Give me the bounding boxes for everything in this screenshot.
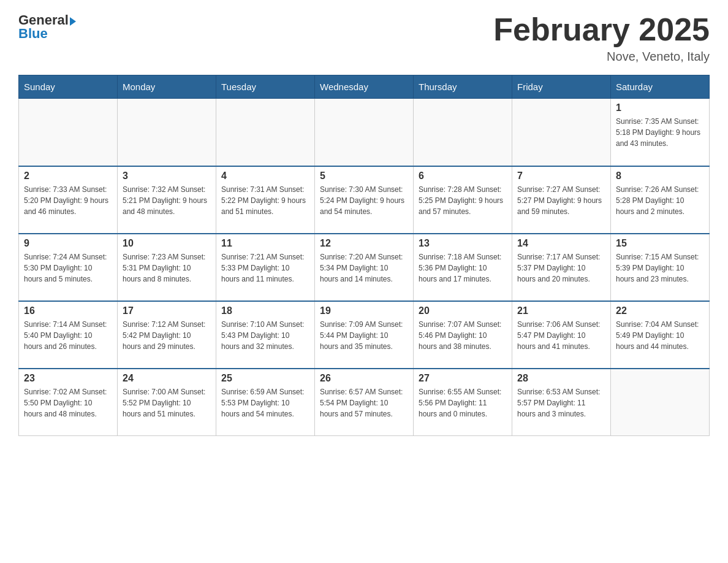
title-section: February 2025 Nove, Veneto, Italy [493, 12, 710, 64]
day-header-friday: Friday [512, 75, 611, 99]
day-header-tuesday: Tuesday [216, 75, 315, 99]
calendar-cell: 5Sunrise: 7:30 AM Sunset: 5:24 PM Daylig… [315, 166, 414, 234]
day-number: 25 [221, 373, 309, 384]
day-number: 8 [616, 170, 704, 182]
day-number: 3 [123, 170, 211, 182]
logo-arrow-icon [70, 17, 76, 26]
day-number: 15 [616, 238, 704, 249]
day-info: Sunrise: 7:33 AM Sunset: 5:20 PM Dayligh… [24, 184, 112, 217]
day-info: Sunrise: 7:24 AM Sunset: 5:30 PM Dayligh… [24, 251, 112, 285]
calendar-cell [19, 99, 118, 166]
calendar-cell: 25Sunrise: 6:59 AM Sunset: 5:53 PM Dayli… [216, 369, 315, 436]
day-info: Sunrise: 7:32 AM Sunset: 5:21 PM Dayligh… [123, 184, 211, 217]
day-info: Sunrise: 7:21 AM Sunset: 5:33 PM Dayligh… [221, 251, 309, 285]
day-number: 7 [517, 170, 605, 182]
day-number: 14 [517, 238, 605, 249]
day-number: 1 [616, 102, 704, 113]
month-title: February 2025 [493, 12, 710, 47]
calendar-week-row: 23Sunrise: 7:02 AM Sunset: 5:50 PM Dayli… [19, 369, 710, 436]
day-number: 2 [24, 170, 112, 182]
day-number: 16 [24, 305, 112, 316]
calendar-cell [611, 369, 710, 436]
day-number: 19 [320, 305, 408, 316]
day-info: Sunrise: 7:14 AM Sunset: 5:40 PM Dayligh… [24, 319, 112, 352]
calendar-cell: 19Sunrise: 7:09 AM Sunset: 5:44 PM Dayli… [315, 301, 414, 369]
calendar-cell: 4Sunrise: 7:31 AM Sunset: 5:22 PM Daylig… [216, 166, 315, 234]
calendar-cell [414, 99, 512, 166]
calendar-cell: 15Sunrise: 7:15 AM Sunset: 5:39 PM Dayli… [611, 234, 710, 301]
day-number: 20 [419, 305, 507, 316]
calendar-cell: 20Sunrise: 7:07 AM Sunset: 5:46 PM Dayli… [414, 301, 512, 369]
calendar-cell: 13Sunrise: 7:18 AM Sunset: 5:36 PM Dayli… [414, 234, 512, 301]
calendar-cell: 23Sunrise: 7:02 AM Sunset: 5:50 PM Dayli… [19, 369, 118, 436]
calendar-header-row: SundayMondayTuesdayWednesdayThursdayFrid… [19, 75, 710, 99]
calendar-cell: 27Sunrise: 6:55 AM Sunset: 5:56 PM Dayli… [414, 369, 512, 436]
day-info: Sunrise: 7:26 AM Sunset: 5:28 PM Dayligh… [616, 184, 704, 217]
day-number: 4 [221, 170, 309, 182]
day-info: Sunrise: 7:07 AM Sunset: 5:46 PM Dayligh… [419, 319, 507, 352]
day-header-monday: Monday [118, 75, 216, 99]
day-info: Sunrise: 7:27 AM Sunset: 5:27 PM Dayligh… [517, 184, 605, 217]
day-number: 11 [221, 238, 309, 249]
logo-blue-text: Blue [18, 26, 48, 42]
day-number: 10 [123, 238, 211, 249]
calendar-cell: 16Sunrise: 7:14 AM Sunset: 5:40 PM Dayli… [19, 301, 118, 369]
calendar-cell: 7Sunrise: 7:27 AM Sunset: 5:27 PM Daylig… [512, 166, 611, 234]
page-header: General Blue February 2025 Nove, Veneto,… [18, 12, 710, 64]
day-number: 22 [616, 305, 704, 316]
day-info: Sunrise: 7:17 AM Sunset: 5:37 PM Dayligh… [517, 251, 605, 285]
day-number: 24 [123, 373, 211, 384]
day-info: Sunrise: 6:53 AM Sunset: 5:57 PM Dayligh… [517, 386, 605, 419]
calendar-cell: 11Sunrise: 7:21 AM Sunset: 5:33 PM Dayli… [216, 234, 315, 301]
calendar-cell: 1Sunrise: 7:35 AM Sunset: 5:18 PM Daylig… [611, 99, 710, 166]
day-info: Sunrise: 7:12 AM Sunset: 5:42 PM Dayligh… [123, 319, 211, 352]
calendar-cell: 21Sunrise: 7:06 AM Sunset: 5:47 PM Dayli… [512, 301, 611, 369]
day-number: 28 [517, 373, 605, 384]
calendar-cell [315, 99, 414, 166]
calendar-week-row: 2Sunrise: 7:33 AM Sunset: 5:20 PM Daylig… [19, 166, 710, 234]
day-number: 5 [320, 170, 408, 182]
calendar-week-row: 1Sunrise: 7:35 AM Sunset: 5:18 PM Daylig… [19, 99, 710, 166]
calendar-table: SundayMondayTuesdayWednesdayThursdayFrid… [18, 75, 710, 436]
day-info: Sunrise: 7:20 AM Sunset: 5:34 PM Dayligh… [320, 251, 408, 285]
day-info: Sunrise: 7:28 AM Sunset: 5:25 PM Dayligh… [419, 184, 507, 217]
day-info: Sunrise: 6:55 AM Sunset: 5:56 PM Dayligh… [419, 386, 507, 419]
calendar-cell: 9Sunrise: 7:24 AM Sunset: 5:30 PM Daylig… [19, 234, 118, 301]
day-info: Sunrise: 7:00 AM Sunset: 5:52 PM Dayligh… [123, 386, 211, 419]
calendar-cell: 28Sunrise: 6:53 AM Sunset: 5:57 PM Dayli… [512, 369, 611, 436]
day-header-saturday: Saturday [611, 75, 710, 99]
day-info: Sunrise: 7:15 AM Sunset: 5:39 PM Dayligh… [616, 251, 704, 285]
calendar-cell: 12Sunrise: 7:20 AM Sunset: 5:34 PM Dayli… [315, 234, 414, 301]
day-info: Sunrise: 7:09 AM Sunset: 5:44 PM Dayligh… [320, 319, 408, 352]
day-number: 18 [221, 305, 309, 316]
day-info: Sunrise: 7:04 AM Sunset: 5:49 PM Dayligh… [616, 319, 704, 352]
day-header-wednesday: Wednesday [315, 75, 414, 99]
day-info: Sunrise: 7:31 AM Sunset: 5:22 PM Dayligh… [221, 184, 309, 217]
calendar-cell: 14Sunrise: 7:17 AM Sunset: 5:37 PM Dayli… [512, 234, 611, 301]
day-number: 26 [320, 373, 408, 384]
calendar-cell: 22Sunrise: 7:04 AM Sunset: 5:49 PM Dayli… [611, 301, 710, 369]
day-info: Sunrise: 7:10 AM Sunset: 5:43 PM Dayligh… [221, 319, 309, 352]
day-info: Sunrise: 7:18 AM Sunset: 5:36 PM Dayligh… [419, 251, 507, 285]
day-number: 27 [419, 373, 507, 384]
day-info: Sunrise: 6:59 AM Sunset: 5:53 PM Dayligh… [221, 386, 309, 419]
day-info: Sunrise: 7:35 AM Sunset: 5:18 PM Dayligh… [616, 116, 704, 149]
calendar-cell: 3Sunrise: 7:32 AM Sunset: 5:21 PM Daylig… [118, 166, 216, 234]
day-header-sunday: Sunday [19, 75, 118, 99]
calendar-cell [216, 99, 315, 166]
calendar-week-row: 16Sunrise: 7:14 AM Sunset: 5:40 PM Dayli… [19, 301, 710, 369]
day-info: Sunrise: 7:30 AM Sunset: 5:24 PM Dayligh… [320, 184, 408, 217]
day-info: Sunrise: 7:06 AM Sunset: 5:47 PM Dayligh… [517, 319, 605, 352]
day-number: 23 [24, 373, 112, 384]
calendar-cell: 18Sunrise: 7:10 AM Sunset: 5:43 PM Dayli… [216, 301, 315, 369]
calendar-cell [118, 99, 216, 166]
day-header-thursday: Thursday [414, 75, 512, 99]
calendar-cell: 6Sunrise: 7:28 AM Sunset: 5:25 PM Daylig… [414, 166, 512, 234]
calendar-cell: 24Sunrise: 7:00 AM Sunset: 5:52 PM Dayli… [118, 369, 216, 436]
location-text: Nove, Veneto, Italy [493, 50, 710, 64]
calendar-cell: 10Sunrise: 7:23 AM Sunset: 5:31 PM Dayli… [118, 234, 216, 301]
calendar-cell: 8Sunrise: 7:26 AM Sunset: 5:28 PM Daylig… [611, 166, 710, 234]
calendar-cell [512, 99, 611, 166]
calendar-cell: 2Sunrise: 7:33 AM Sunset: 5:20 PM Daylig… [19, 166, 118, 234]
day-number: 13 [419, 238, 507, 249]
